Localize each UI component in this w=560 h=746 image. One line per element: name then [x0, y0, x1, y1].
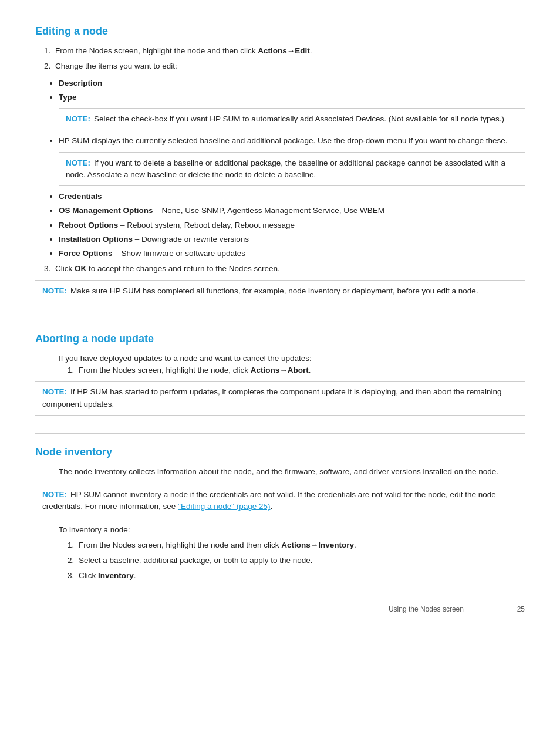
note3-label: NOTE:	[42, 286, 67, 295]
page-footer: Using the Nodes screen 25	[35, 600, 525, 615]
step3-after: to accept the changes and return to the …	[86, 264, 279, 273]
inv-step1-bold: Actions→Inventory	[281, 541, 354, 549]
inv-step3-after: .	[134, 571, 136, 580]
editing-step-1: From the Nodes screen, highlight the nod…	[53, 45, 525, 57]
bullet-type-text: Type	[59, 93, 77, 102]
to-inventory-label: To inventory a node:	[59, 524, 525, 536]
inv-step2-text: Select a baseline, additional package, o…	[79, 556, 313, 565]
inventory-step-1: From the Nodes screen, highlight the nod…	[76, 539, 525, 551]
bullet-force-text: – Show firmware or software updates	[113, 249, 246, 258]
step1-bold: Actions→Edit	[258, 46, 310, 55]
bullet-type: Type	[59, 92, 525, 103]
aborting-step1-before: From the Nodes screen, highlight the nod…	[79, 366, 251, 374]
note1-label: NOTE:	[66, 114, 90, 123]
step1-text-after: .	[310, 46, 312, 55]
editing-a-node-title: Editing a node	[35, 23, 525, 39]
bullet-description: Description	[59, 77, 525, 89]
bullet-installation-bold: Installation Options	[59, 235, 133, 244]
node-inventory-note-text-after: .	[271, 502, 273, 511]
editing-a-node-section: Editing a node From the Nodes screen, hi…	[35, 23, 525, 302]
aborting-note-text: If HP SUM has started to perform updates…	[42, 387, 501, 408]
aborting-note-box: NOTE:If HP SUM has started to perform up…	[35, 381, 525, 416]
aborting-intro: If you have deployed updates to a node a…	[59, 353, 525, 364]
footer-separator	[471, 604, 510, 615]
step2-text: Change the items you want to edit:	[55, 62, 177, 70]
node-inventory-title: Node inventory	[35, 444, 525, 460]
bullet-hpsum-display: HP SUM displays the currently selected b…	[59, 135, 525, 147]
aborting-section: Aborting a node update If you have deplo…	[35, 331, 525, 416]
note-box-2: NOTE:If you want to delete a baseline or…	[59, 152, 525, 187]
inv-step3-before: Click	[79, 571, 98, 580]
step3-bold: OK	[75, 264, 86, 273]
aborting-steps-list: From the Nodes screen, highlight the nod…	[76, 364, 525, 376]
bullet-os-management-bold: OS Management Options	[59, 206, 153, 215]
node-inventory-intro: The node inventory collects information …	[59, 466, 525, 478]
bullet-installation-options: Installation Options – Downgrade or rewr…	[59, 234, 525, 245]
aborting-title: Aborting a node update	[35, 331, 525, 347]
inventory-step-2: Select a baseline, additional package, o…	[76, 555, 525, 566]
bullet-list-2: HP SUM displays the currently selected b…	[59, 135, 525, 147]
bullet-installation-text: – Downgrade or rewrite versions	[133, 235, 249, 244]
bullet-list-3: Credentials OS Management Options – None…	[59, 191, 525, 259]
editing-steps-list: From the Nodes screen, highlight the nod…	[53, 45, 525, 73]
note2-label: NOTE:	[66, 158, 90, 167]
step3-before: Click	[55, 264, 75, 273]
inv-step3-bold: Inventory	[98, 571, 134, 580]
bullet-force-bold: Force Options	[59, 249, 113, 258]
note-box-3: NOTE:Make sure HP SUM has completed all …	[35, 280, 525, 302]
bullet-force-options: Force Options – Show firmware or softwar…	[59, 248, 525, 259]
bullet-os-management-text: – None, Use SNMP, Agentless Management S…	[153, 206, 384, 215]
aborting-step-1: From the Nodes screen, highlight the nod…	[76, 364, 525, 376]
node-inventory-note-link[interactable]: "Editing a node" (page 25)	[178, 502, 270, 511]
node-inventory-section: Node inventory The node inventory collec…	[35, 444, 525, 582]
aborting-note-label: NOTE:	[42, 387, 67, 396]
bullet-description-text: Description	[59, 79, 102, 87]
node-inventory-note-box: NOTE:HP SUM cannot inventory a node if t…	[35, 484, 525, 518]
bullet-reboot-bold: Reboot Options	[59, 221, 118, 229]
bullet-credentials-text: Credentials	[59, 192, 102, 201]
divider-1	[35, 320, 525, 320]
bullet-reboot-options: Reboot Options – Reboot system, Reboot d…	[59, 220, 525, 231]
footer-left: Using the Nodes screen	[389, 604, 464, 615]
inv-step1-before: From the Nodes screen, highlight the nod…	[79, 541, 281, 549]
editing-step-3: Click OK to accept the changes and retur…	[53, 263, 525, 275]
node-inventory-steps-list: From the Nodes screen, highlight the nod…	[76, 539, 525, 582]
bullet-list-1: Description Type	[59, 77, 525, 104]
note1-text: Select the check-box if you want HP SUM …	[94, 114, 504, 123]
aborting-step1-bold: Actions→Abort	[251, 366, 309, 374]
step1-text-before: From the Nodes screen, highlight the nod…	[55, 46, 258, 55]
inventory-step-3: Click Inventory.	[76, 570, 525, 582]
bullet-reboot-text: – Reboot system, Reboot delay, Reboot me…	[118, 221, 295, 229]
editing-step3-list: Click OK to accept the changes and retur…	[53, 263, 525, 275]
note3-text: Make sure HP SUM has completed all funct…	[70, 286, 478, 295]
aborting-step1-after: .	[309, 366, 311, 374]
bullet-credentials: Credentials	[59, 191, 525, 202]
note-box-1: NOTE:Select the check-box if you want HP…	[59, 108, 525, 130]
note2-text: If you want to delete a baseline or addi…	[66, 158, 505, 179]
editing-step-2: Change the items you want to edit:	[53, 60, 525, 72]
node-inventory-note-label: NOTE:	[42, 490, 67, 499]
footer-page-number: 25	[517, 604, 525, 615]
bullet-hpsum-display-text: HP SUM displays the currently selected b…	[59, 136, 507, 145]
inv-step1-after: .	[354, 541, 356, 549]
divider-2	[35, 433, 525, 434]
bullet-os-management: OS Management Options – None, Use SNMP, …	[59, 205, 525, 217]
